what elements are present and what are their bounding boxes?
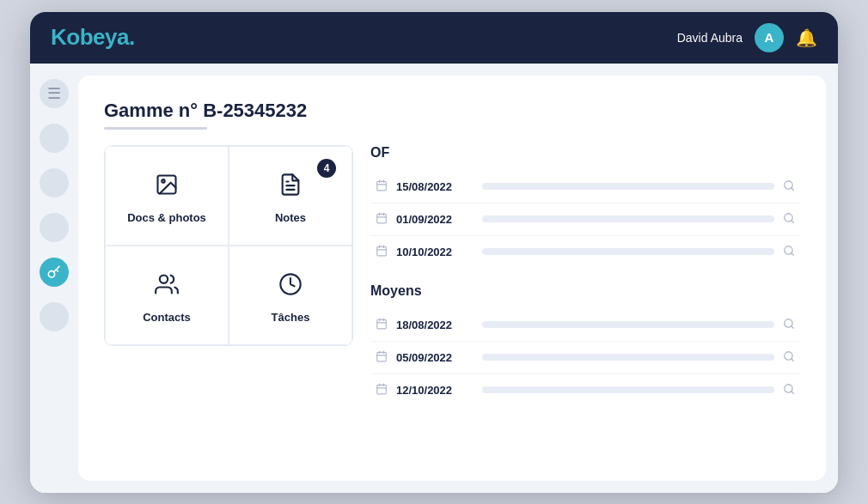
moyens-date-2: 05/09/2022	[396, 351, 474, 364]
card-contacts-label: Contacts	[143, 311, 191, 324]
of-section-title: OF	[370, 145, 800, 161]
sidebar: ☰	[30, 64, 78, 493]
sidebar-icon-4[interactable]	[40, 302, 69, 331]
contacts-icon	[155, 272, 179, 302]
svg-line-42	[792, 391, 794, 393]
of-rows: 15/08/2022 01/09/2022	[370, 171, 800, 268]
right-panel: OF 15/08/2022	[370, 145, 800, 406]
logo: Kobeya.	[51, 24, 135, 51]
title-underline	[104, 127, 207, 130]
moyens-bar-2	[482, 354, 774, 361]
card-contacts[interactable]: Contacts	[105, 246, 229, 345]
taches-icon	[278, 272, 303, 302]
moyens-row-2: 05/09/2022	[370, 342, 800, 374]
svg-line-12	[792, 187, 794, 190]
notes-badge: 4	[317, 159, 336, 178]
search-icon-1[interactable]	[783, 179, 795, 194]
svg-line-30	[792, 325, 794, 328]
card-taches[interactable]: Tâches	[229, 246, 352, 345]
cards-panel: Docs & photos 4	[104, 145, 353, 406]
svg-line-24	[792, 252, 794, 255]
moyens-rows: 18/08/2022 05/09/2022	[370, 309, 800, 406]
sidebar-icon-key[interactable]	[40, 258, 69, 287]
notes-icon	[278, 173, 303, 203]
cards-grid: Docs & photos 4	[104, 145, 353, 346]
of-date-3: 10/10/2022	[396, 246, 474, 258]
svg-rect-37	[377, 385, 387, 394]
svg-point-5	[160, 275, 168, 282]
sidebar-icon-1[interactable]	[40, 124, 69, 153]
card-docs-label: Docs & photos	[127, 211, 206, 224]
of-date-2: 01/09/2022	[396, 213, 474, 226]
moyens-row-3: 12/10/2022	[370, 374, 800, 406]
content-area: Gamme n° B-25345232	[78, 76, 826, 481]
two-col-layout: Docs & photos 4	[104, 145, 800, 406]
browser-window: Kobeya. David Aubra A 🔔 ☰	[30, 12, 838, 493]
calendar-icon-2	[376, 212, 388, 227]
of-section: OF 15/08/2022	[370, 145, 800, 268]
moyens-bar-3	[482, 386, 774, 393]
of-row-3: 10/10/2022	[370, 236, 800, 268]
logo-dot: .	[129, 24, 135, 50]
search-icon-5[interactable]	[783, 350, 795, 365]
moyens-date-3: 12/10/2022	[396, 384, 474, 397]
search-icon-3[interactable]	[783, 245, 795, 259]
username-label: David Aubra	[677, 31, 743, 45]
search-icon-2[interactable]	[783, 212, 795, 227]
card-notes-label: Notes	[275, 211, 306, 224]
svg-rect-13	[377, 214, 387, 223]
logo-text: Kobeya	[51, 24, 129, 50]
nav-right: David Aubra A 🔔	[677, 23, 817, 52]
image-icon	[155, 173, 179, 203]
moyens-row-1: 18/08/2022	[370, 309, 800, 342]
sidebar-icon-menu[interactable]: ☰	[40, 79, 69, 108]
svg-rect-25	[377, 319, 387, 329]
main-layout: ☰ Gamme n° B-25345232	[30, 64, 838, 493]
card-taches-label: Tâches	[272, 311, 310, 324]
card-notes[interactable]: 4 Notes	[229, 146, 352, 246]
of-bar-1	[482, 183, 774, 190]
search-icon-4[interactable]	[783, 318, 795, 332]
calendar-icon-5	[376, 350, 388, 365]
page-title-wrapper: Gamme n° B-25345232	[104, 100, 800, 130]
avatar[interactable]: A	[755, 23, 784, 52]
moyens-section: Moyens 18/08/2022	[370, 283, 800, 406]
bell-icon[interactable]: 🔔	[796, 27, 817, 48]
svg-line-18	[792, 220, 794, 222]
svg-line-36	[792, 358, 794, 361]
card-docs[interactable]: Docs & photos	[105, 146, 229, 246]
svg-point-2	[162, 179, 165, 183]
of-row-1: 15/08/2022	[370, 171, 800, 203]
sidebar-icon-2[interactable]	[40, 168, 69, 197]
sidebar-icon-3[interactable]	[40, 213, 69, 242]
svg-rect-7	[377, 181, 387, 191]
of-date-1: 15/08/2022	[396, 180, 474, 193]
of-bar-3	[482, 248, 774, 255]
calendar-icon-4	[376, 318, 388, 332]
calendar-icon-1	[376, 179, 388, 194]
calendar-icon-6	[376, 383, 388, 398]
page-title: Gamme n° B-25345232	[104, 100, 800, 122]
moyens-section-title: Moyens	[370, 283, 800, 299]
topnav: Kobeya. David Aubra A 🔔	[30, 12, 838, 64]
search-icon-6[interactable]	[783, 383, 795, 398]
svg-rect-31	[377, 352, 387, 361]
of-row-2: 01/09/2022	[370, 203, 800, 236]
of-bar-2	[482, 216, 774, 222]
calendar-icon-3	[376, 245, 388, 259]
moyens-date-1: 18/08/2022	[396, 319, 474, 331]
svg-rect-19	[377, 246, 387, 256]
moyens-bar-1	[482, 321, 774, 328]
